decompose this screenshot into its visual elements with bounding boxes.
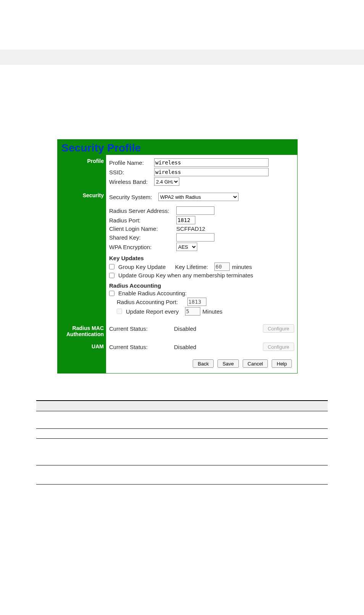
doc-table-cell (36, 484, 97, 496)
key-lifetime-input[interactable] (214, 262, 230, 271)
section-content-security: Security System: WPA2 with Radius Radius… (106, 189, 297, 322)
uam-status-label: Current Status: (109, 344, 174, 350)
wpa-encryption-label: WPA Encryption: (109, 244, 174, 250)
radius-accounting-port-label: Radius Accounting Port: (117, 299, 178, 305)
doc-table-header-0 (36, 401, 97, 411)
doc-table-row (36, 428, 328, 438)
uam-configure-button[interactable]: Configure (263, 343, 294, 351)
doc-table-row (36, 465, 328, 484)
radius-accounting-port-input[interactable] (187, 298, 206, 306)
ssid-input[interactable] (154, 168, 269, 176)
wireless-band-label: Wireless Band: (109, 179, 152, 185)
update-report-label: Update Report every (126, 308, 179, 315)
enable-radius-accounting-checkbox[interactable] (109, 291, 114, 296)
doc-table-header-row (36, 401, 328, 411)
section-content-buttons: Back Save Cancel Help (106, 353, 297, 373)
wireless-band-select[interactable]: 2.4 GHz (154, 177, 179, 186)
security-system-select[interactable]: WPA2 with Radius (158, 193, 238, 201)
group-key-update-checkbox[interactable] (109, 264, 114, 269)
key-updates-header: Key Updates (109, 255, 294, 261)
section-content-uam: Current Status: Disabled Configure (106, 340, 297, 353)
shared-key-label: Shared Key: (109, 234, 174, 241)
security-system-label: Security System: (109, 194, 152, 200)
doc-table-cell (97, 465, 328, 484)
radius-mac-configure-button[interactable]: Configure (263, 324, 294, 333)
doc-table-row (36, 438, 328, 465)
panel-title-bar: Security Profile (58, 140, 297, 155)
doc-table-cell (97, 438, 328, 465)
key-lifetime-label: Key Lifetime: (175, 264, 208, 270)
enable-radius-accounting-label: Enable Radius Accounting: (118, 290, 187, 296)
save-button[interactable]: Save (217, 359, 239, 368)
doc-table-row (36, 411, 328, 428)
section-heading-buttons (58, 353, 106, 373)
wpa-encryption-select[interactable]: AES (176, 243, 197, 251)
section-heading-uam: UAM (58, 340, 106, 353)
page-title: Security Profile (61, 142, 141, 154)
doc-table-cell (97, 484, 328, 496)
ssid-label: SSID: (109, 169, 152, 175)
doc-table-header-1 (97, 401, 328, 411)
radius-server-address-label: Radius Server Address: (109, 208, 174, 214)
doc-table-row (36, 484, 328, 496)
profile-name-input[interactable] (154, 158, 269, 167)
group-key-update-label: Group Key Update (118, 264, 166, 270)
cancel-button[interactable]: Cancel (243, 359, 268, 368)
key-lifetime-units: minutes (232, 264, 252, 270)
back-button[interactable]: Back (193, 359, 214, 368)
doc-table-cell (36, 428, 97, 438)
update-report-checkbox[interactable] (117, 309, 122, 314)
security-profile-panel: Security Profile Profile Profile Name: S… (57, 139, 298, 374)
doc-table (36, 401, 328, 496)
client-login-name-value: SCFFAD12 (176, 225, 205, 232)
radius-port-input[interactable] (176, 216, 195, 224)
doc-table-cell (36, 438, 97, 465)
radius-port-label: Radius Port: (109, 217, 174, 224)
section-heading-security: Security (58, 189, 106, 322)
update-group-key-terminate-checkbox[interactable] (109, 273, 114, 278)
radius-mac-status-label: Current Status: (109, 325, 174, 332)
radius-server-address-input[interactable] (176, 206, 214, 215)
update-report-input[interactable] (185, 307, 200, 316)
profile-name-label: Profile Name: (109, 159, 152, 166)
update-group-key-terminate-label: Update Group Key when any membership ter… (118, 272, 253, 279)
section-content-radius-mac: Current Status: Disabled Configure (106, 322, 297, 340)
client-login-name-label: Client Login Name: (109, 225, 174, 232)
radius-mac-status-value: Disabled (174, 325, 263, 332)
doc-table-cell (36, 411, 97, 428)
section-heading-radius-mac: Radius MAC Authentication (58, 322, 106, 340)
doc-table-cell (36, 465, 97, 484)
doc-table-cell (97, 411, 328, 428)
doc-table-cell (97, 428, 328, 438)
section-heading-profile: Profile (58, 155, 106, 189)
help-button[interactable]: Help (272, 359, 292, 368)
uam-status-value: Disabled (174, 344, 263, 350)
shared-key-input[interactable] (176, 233, 214, 241)
radius-accounting-header: Radius Accounting (109, 282, 294, 289)
doc-table-block (0, 400, 364, 496)
top-gray-bar (0, 50, 364, 65)
section-content-profile: Profile Name: SSID: Wireless Band: 2.4 G… (106, 155, 297, 189)
update-report-units: Minutes (203, 308, 223, 315)
